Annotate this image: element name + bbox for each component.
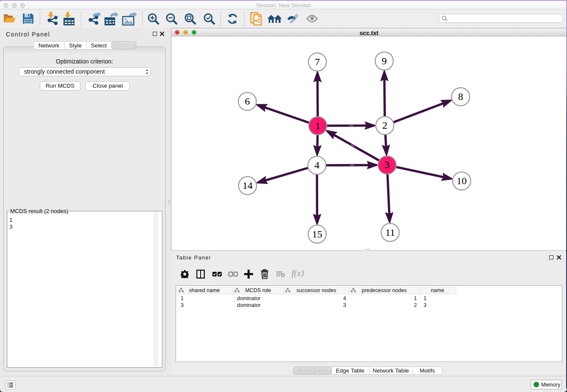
svg-text:2: 2 (383, 120, 388, 131)
svg-text:3: 3 (385, 159, 390, 170)
svg-text:15: 15 (312, 229, 322, 240)
svg-text:4: 4 (314, 160, 319, 171)
svg-text:6: 6 (245, 96, 250, 107)
svg-text:11: 11 (385, 227, 395, 238)
svg-text:7: 7 (315, 56, 320, 67)
svg-text:8: 8 (458, 91, 463, 102)
svg-text:10: 10 (457, 175, 467, 186)
svg-text:14: 14 (242, 180, 253, 191)
svg-text:9: 9 (382, 55, 387, 66)
svg-text:1: 1 (315, 120, 320, 131)
